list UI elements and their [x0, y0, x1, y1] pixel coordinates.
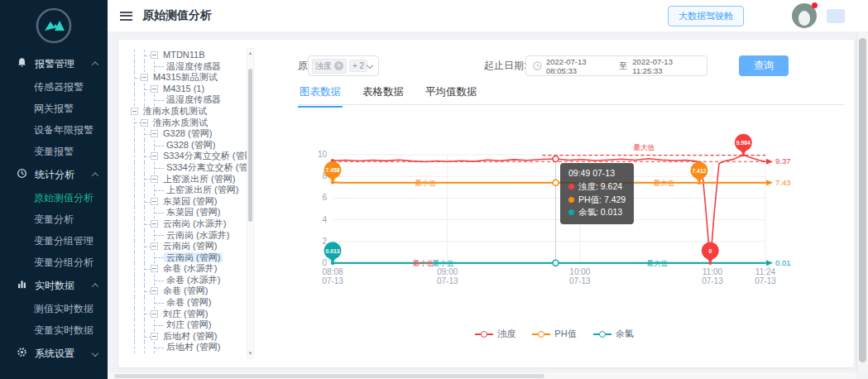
tree-node[interactable]: 刘庄 (管网)	[126, 309, 247, 320]
svg-text:11:2407-13: 11:2407-13	[755, 267, 776, 285]
tree-collapse-icon[interactable]	[151, 130, 158, 137]
tree-guide-line	[144, 185, 145, 196]
vertical-scrollbar[interactable]	[856, 31, 868, 372]
tree-node[interactable]: 云南岗 (管网)	[126, 252, 247, 264]
legend-item[interactable]: PH值	[532, 328, 576, 340]
legend-label: 浊度	[497, 328, 516, 340]
measure-select[interactable]: 浊度 × + 2	[308, 55, 379, 76]
tree-guide-line	[134, 342, 135, 353]
menu-item[interactable]: 传感器报警	[0, 76, 108, 98]
legend-item[interactable]: 余氯	[593, 328, 634, 340]
tree-guide-line	[134, 241, 135, 252]
main-panel: MTDN11B温湿度传感器M4315新品测试M4315 (1)温湿度传感器淮南水…	[118, 40, 854, 367]
query-button[interactable]: 查询	[739, 55, 789, 76]
chart-canvas: 024681008:0807-1309:0007-1310:0007-1311:…	[314, 122, 794, 348]
menu-item[interactable]: 变量报警	[0, 141, 108, 162]
tag-close-icon[interactable]: ×	[334, 61, 343, 70]
tree-collapse-icon[interactable]	[151, 175, 158, 183]
tree-node[interactable]: 余巷 (管网)	[126, 285, 247, 297]
tree-node-label: 云南岗 (水源井)	[161, 218, 228, 228]
tab-0[interactable]: 图表数据	[298, 83, 343, 108]
tree-node[interactable]: 后地村 (管网)	[126, 331, 247, 343]
vertical-scrollbar-thumb[interactable]	[859, 38, 866, 362]
legend-label: 余氯	[616, 328, 634, 340]
menu-item[interactable]: 变量分组分析	[0, 252, 108, 273]
menu-section-stats[interactable]: 统计分析	[0, 162, 108, 187]
menu-item[interactable]: 变量分组管理	[0, 230, 108, 252]
tree-guide-line	[155, 168, 164, 169]
tree-node[interactable]: G328 (管网)	[126, 140, 247, 151]
horizontal-scrollbar-thumb[interactable]	[114, 374, 544, 378]
avatar[interactable]	[792, 3, 817, 28]
tree-node[interactable]: 刘庄 (管网)	[126, 319, 247, 331]
tree-collapse-icon[interactable]	[151, 242, 158, 250]
tree-node[interactable]: 温湿度传感器	[126, 94, 247, 106]
line-chart[interactable]: 024681008:0807-1309:0007-1310:0007-1311:…	[314, 122, 794, 348]
date-range-input[interactable]: 2022-07-13 08:05:33 至 2022-07-13 11:25:3…	[525, 55, 707, 76]
app-logo[interactable]	[0, 0, 108, 51]
user-menu-chip[interactable]	[827, 9, 845, 23]
tree-guide-line	[144, 319, 145, 331]
legend-item[interactable]: 浊度	[475, 328, 516, 340]
tree-node[interactable]: 东菜园 (管网)	[126, 196, 247, 208]
menu-item[interactable]: 设备年限报警	[0, 119, 108, 141]
tree-collapse-icon[interactable]	[151, 287, 158, 295]
menu-section-realtime[interactable]: 实时数据	[0, 273, 108, 298]
tree-guide-line	[134, 174, 135, 185]
menu-item[interactable]: 网关报警	[0, 98, 108, 119]
tree-node-label: 云南岗 (管网)	[161, 241, 219, 251]
tree-scrollbar[interactable]: ▲ ▼	[247, 48, 254, 358]
menu-section-settings[interactable]: 系统设置	[0, 341, 108, 366]
menu-collapse-icon[interactable]	[120, 9, 132, 22]
tree-collapse-icon[interactable]	[151, 220, 158, 228]
tree-guide-line	[134, 196, 135, 208]
tree-collapse-icon[interactable]	[141, 119, 148, 127]
tree-node[interactable]: 余巷 (管网)	[126, 297, 247, 309]
tree-node[interactable]: 云南岗 (水源井)	[126, 218, 247, 230]
menu-section-alarm[interactable]: 报警管理	[0, 51, 108, 76]
tree-node[interactable]: G328 (管网)	[126, 128, 247, 140]
sidebar: 报警管理传感器报警网关报警设备年限报警变量报警统计分析原始测值分析变量分析变量分…	[0, 0, 108, 379]
tree-node[interactable]: S334分离立交桥 (管	[126, 162, 247, 174]
tree-scrollbar-thumb[interactable]	[248, 69, 252, 222]
tree-guide-line	[134, 162, 135, 174]
svg-text:4: 4	[322, 215, 327, 224]
tab-1[interactable]: 表格数据	[361, 83, 405, 106]
horizontal-scrollbar[interactable]	[108, 372, 856, 379]
tree-collapse-icon[interactable]	[151, 85, 158, 93]
tree-node-label: 淮南水质机测试	[141, 106, 209, 116]
menu-item[interactable]: 变量实时数据	[0, 319, 108, 341]
tree-node[interactable]: 云南岗 (水源井)	[126, 230, 247, 242]
tree-node[interactable]: M4315 (1)	[126, 84, 247, 95]
tree-collapse-icon[interactable]	[151, 152, 158, 160]
tree-node[interactable]: 余巷 (水源井)	[126, 275, 247, 286]
menu-section-label: 报警管理	[35, 57, 93, 71]
tree-node[interactable]: 上窑派出所 (管网)	[126, 185, 247, 196]
tree-collapse-icon[interactable]	[151, 265, 158, 272]
filter-bar: 原始测值: 浊度 × + 2 起止日期: 2022-07-13 08:05:33	[118, 55, 854, 76]
tree-guide-line	[155, 190, 164, 191]
tree-collapse-icon[interactable]	[151, 198, 158, 205]
tree-node[interactable]: 淮南水质测试	[126, 118, 247, 129]
menu-item[interactable]: 变量分析	[0, 209, 108, 230]
tab-2[interactable]: 平均值数据	[424, 83, 479, 106]
big-data-dashboard-button[interactable]: 大数据驾驶舱	[668, 6, 744, 26]
bell-icon	[17, 57, 27, 70]
tree-node[interactable]: S334分离立交桥 (管网)	[126, 151, 247, 162]
tree-guide-line	[144, 94, 145, 106]
svg-text:9.984: 9.984	[736, 140, 751, 146]
tree-node[interactable]: 云南岗 (管网)	[126, 241, 247, 252]
chevron-down-icon	[92, 350, 98, 357]
tree-node[interactable]: 淮南水质机测试	[126, 106, 247, 118]
tree-node[interactable]: 上窑派出所 (管网)	[126, 174, 247, 185]
tree-node[interactable]: 后地村 (管网)	[126, 342, 247, 353]
tree-collapse-icon[interactable]	[131, 108, 138, 115]
tree-collapse-icon[interactable]	[151, 333, 158, 340]
menu-item[interactable]: 测值实时数据	[0, 298, 108, 319]
menu-item[interactable]: 原始测值分析	[0, 187, 108, 209]
svg-text:最大值: 最大值	[654, 179, 675, 187]
scroll-down-icon[interactable]: ▼	[247, 349, 253, 357]
tree-node[interactable]: 东菜园 (管网)	[126, 207, 247, 218]
tree-node[interactable]: 余巷 (水源井)	[126, 263, 247, 275]
tree-collapse-icon[interactable]	[151, 310, 158, 318]
